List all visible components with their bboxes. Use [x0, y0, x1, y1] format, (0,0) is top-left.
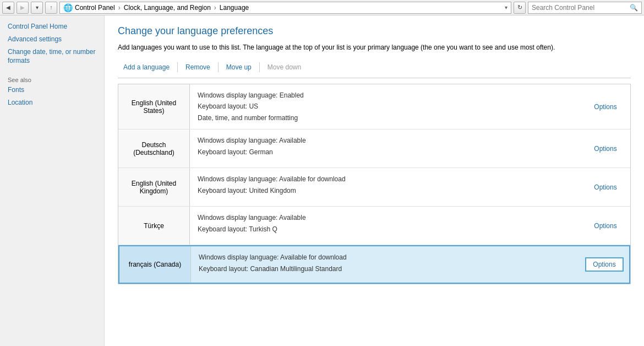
lang-detail-uk-1: Windows display language: Available for …: [198, 174, 573, 185]
lang-details-deutsch: Windows display language: Available Keyb…: [190, 129, 581, 167]
lang-options-turkce: Options: [581, 207, 630, 245]
lang-detail-turkce-1: Windows display language: Available: [198, 212, 573, 223]
lang-details-turkce: Windows display language: Available Keyb…: [190, 207, 581, 245]
lang-detail-uk-2: Keyboard layout: United Kingdom: [198, 185, 573, 196]
lang-detail-deutsch-1: Windows display language: Available: [198, 135, 573, 146]
language-row-francais[interactable]: français (Canada) Windows display langua…: [118, 245, 630, 284]
breadcrumb-separator-1: ›: [118, 4, 121, 12]
address-dropdown-button[interactable]: ▾: [505, 4, 507, 10]
lang-details-francais: Windows display language: Available for …: [191, 246, 580, 283]
language-row-deutsch[interactable]: Deutsch (Deutschland) Windows display la…: [118, 129, 630, 168]
globe-icon: 🌐: [63, 3, 73, 12]
options-button-francais[interactable]: Options: [585, 257, 623, 272]
toolbar: Add a language Remove Move up Move down: [118, 61, 631, 78]
page-title: Change your language preferences: [118, 25, 631, 37]
dropdown-button[interactable]: ▾: [31, 2, 43, 14]
lang-detail-francais-2: Keyboard layout: Canadian Multilingual S…: [199, 263, 572, 274]
lang-name-francais: français (Canada): [119, 246, 191, 283]
nav-fonts[interactable]: Fonts: [8, 85, 96, 95]
options-link-english-uk[interactable]: Options: [594, 183, 616, 191]
address-bar: 🌐 Control Panel › Clock, Language, and R…: [59, 2, 511, 14]
back-button[interactable]: ◀: [2, 2, 14, 14]
lang-detail-line-1: Windows display language: Enabled: [198, 90, 573, 101]
language-row-english-us[interactable]: English (United States) Windows display …: [118, 84, 630, 129]
breadcrumb-clock-region[interactable]: Clock, Language, and Region: [124, 4, 211, 12]
language-list: English (United States) Windows display …: [118, 84, 631, 284]
lang-name-english-uk: English (United Kingdom): [118, 168, 190, 206]
move-up-button[interactable]: Move up: [221, 61, 257, 73]
lang-name-turkce: Türkçe: [118, 207, 190, 245]
breadcrumb-separator-2: ›: [214, 4, 216, 12]
toolbar-separator-1: [177, 62, 178, 72]
lang-detail-deutsch-2: Keyboard layout: German: [198, 147, 573, 158]
content-area: Change your language preferences Add lan…: [105, 15, 644, 346]
nav-advanced-settings[interactable]: Advanced settings: [8, 35, 96, 44]
page-description: Add languages you want to use to this li…: [118, 42, 631, 52]
lang-name-deutsch: Deutsch (Deutschland): [118, 129, 190, 167]
add-language-button[interactable]: Add a language: [118, 61, 175, 73]
breadcrumb-language: Language: [220, 4, 249, 12]
remove-button[interactable]: Remove: [180, 61, 216, 73]
language-row-english-uk[interactable]: English (United Kingdom) Windows display…: [118, 168, 630, 207]
lang-detail-francais-1: Windows display language: Available for …: [199, 252, 572, 263]
nav-control-panel-home[interactable]: Control Panel Home: [8, 22, 96, 31]
nav-location[interactable]: Location: [8, 98, 96, 107]
lang-options-deutsch: Options: [581, 129, 630, 167]
lang-detail-turkce-2: Keyboard layout: Turkish Q: [198, 224, 573, 235]
lang-detail-line-3: Date, time, and number formatting: [198, 112, 573, 123]
toolbar-separator-3: [259, 62, 260, 72]
lang-details-english-uk: Windows display language: Available for …: [190, 168, 581, 206]
lang-name-english-us: English (United States): [118, 84, 190, 129]
see-also-title: See also: [8, 77, 96, 83]
lang-options-francais: Options: [580, 246, 629, 283]
search-box: 🔍: [528, 2, 642, 14]
lang-options-english-uk: Options: [581, 168, 630, 206]
lang-options-english-us: Options: [581, 84, 630, 129]
toolbar-separator-2: [218, 62, 219, 72]
options-link-turkce[interactable]: Options: [594, 222, 616, 230]
up-button[interactable]: ↑: [45, 2, 57, 14]
options-link-deutsch[interactable]: Options: [594, 145, 616, 153]
main-container: Control Panel Home Advanced settings Cha…: [0, 15, 644, 346]
search-icon: 🔍: [630, 4, 638, 12]
refresh-button[interactable]: ↻: [514, 2, 526, 14]
lang-detail-line-2: Keyboard layout: US: [198, 101, 573, 112]
move-down-button[interactable]: Move down: [262, 61, 307, 73]
search-input[interactable]: [532, 4, 630, 12]
lang-details-english-us: Windows display language: Enabled Keyboa…: [190, 84, 581, 129]
options-link-english-us[interactable]: Options: [594, 103, 616, 111]
left-nav: Control Panel Home Advanced settings Cha…: [0, 15, 105, 346]
forward-button[interactable]: ▶: [17, 2, 29, 14]
breadcrumb-control-panel[interactable]: Control Panel: [75, 4, 115, 12]
language-row-turkce[interactable]: Türkçe Windows display language: Availab…: [118, 207, 630, 245]
nav-change-date-time[interactable]: Change date, time, or number formats: [8, 47, 96, 66]
title-bar: ◀ ▶ ▾ ↑ 🌐 Control Panel › Clock, Languag…: [0, 0, 644, 15]
